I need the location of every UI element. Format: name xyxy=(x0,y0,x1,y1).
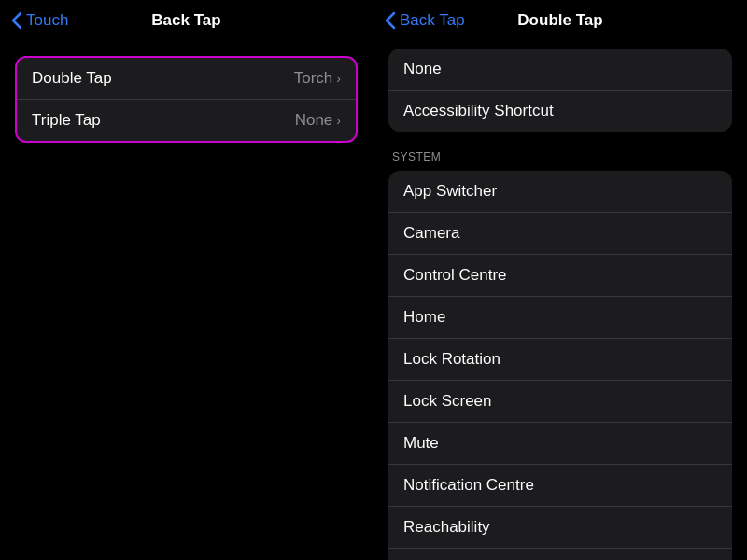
accessibility-shortcut-row[interactable]: Accessibility Shortcut xyxy=(388,91,732,132)
reachability-row[interactable]: Reachability xyxy=(388,507,732,549)
left-chevron-icon xyxy=(11,11,22,30)
double-tap-label: Double Tap xyxy=(32,69,112,88)
mute-row[interactable]: Mute xyxy=(388,423,732,465)
mute-label: Mute xyxy=(403,434,439,453)
back-tap-group: Double Tap Torch › Triple Tap None › xyxy=(15,56,358,143)
triple-tap-value: None › xyxy=(295,111,341,130)
right-content: None Accessibility Shortcut SYSTEM App S… xyxy=(374,41,747,560)
left-nav-bar: Touch Back Tap xyxy=(0,0,373,41)
home-row[interactable]: Home xyxy=(388,297,732,339)
right-back-button[interactable]: Back Tap xyxy=(385,11,465,30)
triple-tap-row[interactable]: Triple Tap None › xyxy=(17,100,356,141)
notification-centre-label: Notification Centre xyxy=(403,476,534,495)
camera-row[interactable]: Camera xyxy=(388,213,732,255)
double-tap-value: Torch › xyxy=(294,69,341,88)
left-back-label: Touch xyxy=(26,11,68,30)
right-nav-title: Double Tap xyxy=(517,11,602,30)
lock-rotation-label: Lock Rotation xyxy=(403,350,500,369)
left-content: Double Tap Torch › Triple Tap None › xyxy=(0,41,373,158)
double-tap-row[interactable]: Double Tap Torch › xyxy=(17,58,356,100)
top-options-group: None Accessibility Shortcut xyxy=(388,49,732,132)
system-section-header: SYSTEM xyxy=(388,150,732,171)
none-label: None xyxy=(403,60,442,78)
system-options-group: App Switcher Camera Control Centre Home … xyxy=(388,171,732,560)
triple-tap-chevron: › xyxy=(336,113,341,128)
left-back-button[interactable]: Touch xyxy=(11,11,68,30)
double-tap-chevron: › xyxy=(336,71,341,86)
control-centre-row[interactable]: Control Centre xyxy=(388,255,732,297)
screenshot-row[interactable]: Screenshot xyxy=(388,549,732,560)
none-row[interactable]: None xyxy=(388,49,732,91)
accessibility-shortcut-label: Accessibility Shortcut xyxy=(403,102,554,120)
left-panel: Touch Back Tap Double Tap Torch › Triple… xyxy=(0,0,374,560)
left-nav-title: Back Tap xyxy=(151,11,220,30)
reachability-label: Reachability xyxy=(403,518,490,537)
app-switcher-row[interactable]: App Switcher xyxy=(388,171,732,213)
lock-rotation-row[interactable]: Lock Rotation xyxy=(388,339,732,381)
right-panel: Back Tap Double Tap None Accessibility S… xyxy=(374,0,747,560)
lock-screen-row[interactable]: Lock Screen xyxy=(388,381,732,423)
control-centre-label: Control Centre xyxy=(403,266,507,285)
app-switcher-label: App Switcher xyxy=(403,182,497,201)
triple-tap-label: Triple Tap xyxy=(32,111,101,130)
camera-label: Camera xyxy=(403,224,459,243)
notification-centre-row[interactable]: Notification Centre xyxy=(388,465,732,507)
right-back-label: Back Tap xyxy=(400,11,465,30)
lock-screen-label: Lock Screen xyxy=(403,392,492,411)
right-chevron-icon xyxy=(385,11,396,30)
right-nav-bar: Back Tap Double Tap xyxy=(374,0,747,41)
home-label: Home xyxy=(403,308,445,327)
